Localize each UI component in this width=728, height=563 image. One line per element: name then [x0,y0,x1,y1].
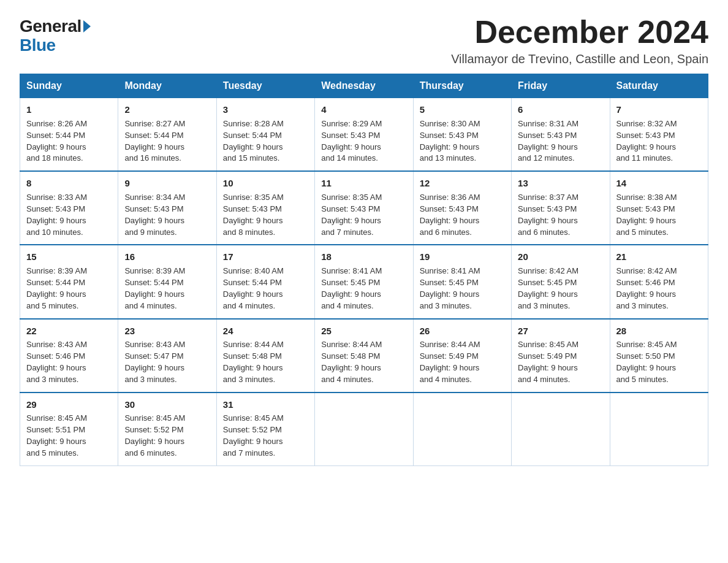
day-info: Sunrise: 8:33 AMSunset: 5:43 PMDaylight:… [26,193,87,237]
header-saturday: Saturday [610,74,708,98]
calendar-cell: 30Sunrise: 8:45 AMSunset: 5:52 PMDayligh… [118,393,216,466]
day-number: 23 [124,324,210,338]
title-block: December 2024 Villamayor de Trevino, Cas… [451,15,708,66]
logo-arrow-icon [83,20,91,33]
week-row-5: 29Sunrise: 8:45 AMSunset: 5:51 PMDayligh… [20,393,708,466]
day-number: 6 [518,103,603,117]
day-info: Sunrise: 8:45 AMSunset: 5:50 PMDaylight:… [616,340,677,384]
logo: General Blue [20,17,91,55]
day-number: 27 [518,324,603,338]
calendar-cell: 20Sunrise: 8:42 AMSunset: 5:45 PMDayligh… [512,245,610,318]
day-number: 3 [223,103,308,117]
day-info: Sunrise: 8:42 AMSunset: 5:46 PMDaylight:… [616,266,677,310]
calendar-cell: 1Sunrise: 8:26 AMSunset: 5:44 PMDaylight… [20,98,118,172]
day-number: 26 [420,324,505,338]
calendar-cell: 2Sunrise: 8:27 AMSunset: 5:44 PMDaylight… [118,98,216,172]
calendar-cell: 21Sunrise: 8:42 AMSunset: 5:46 PMDayligh… [610,245,708,318]
day-number: 24 [223,324,308,338]
calendar-cell: 5Sunrise: 8:30 AMSunset: 5:43 PMDaylight… [413,98,511,172]
week-row-3: 15Sunrise: 8:39 AMSunset: 5:44 PMDayligh… [20,245,708,318]
calendar-cell: 4Sunrise: 8:29 AMSunset: 5:43 PMDaylight… [315,98,413,172]
calendar-cell: 26Sunrise: 8:44 AMSunset: 5:49 PMDayligh… [413,319,511,393]
calendar-cell [610,393,708,466]
day-info: Sunrise: 8:34 AMSunset: 5:43 PMDaylight:… [124,193,185,237]
day-info: Sunrise: 8:30 AMSunset: 5:43 PMDaylight:… [420,119,480,163]
week-row-1: 1Sunrise: 8:26 AMSunset: 5:44 PMDaylight… [20,98,708,172]
day-info: Sunrise: 8:43 AMSunset: 5:46 PMDaylight:… [26,340,87,384]
day-number: 20 [518,250,603,264]
day-number: 19 [420,250,505,264]
calendar-cell: 18Sunrise: 8:41 AMSunset: 5:45 PMDayligh… [315,245,413,318]
day-number: 16 [124,250,210,264]
day-info: Sunrise: 8:26 AMSunset: 5:44 PMDaylight:… [26,119,87,163]
calendar-cell: 9Sunrise: 8:34 AMSunset: 5:43 PMDaylight… [118,171,216,245]
day-info: Sunrise: 8:31 AMSunset: 5:43 PMDaylight:… [518,119,578,163]
day-info: Sunrise: 8:27 AMSunset: 5:44 PMDaylight:… [124,119,185,163]
calendar-cell: 22Sunrise: 8:43 AMSunset: 5:46 PMDayligh… [20,319,118,393]
day-info: Sunrise: 8:43 AMSunset: 5:47 PMDaylight:… [124,340,185,384]
day-number: 2 [124,103,210,117]
calendar-cell: 27Sunrise: 8:45 AMSunset: 5:49 PMDayligh… [512,319,610,393]
day-info: Sunrise: 8:29 AMSunset: 5:43 PMDaylight:… [321,119,382,163]
day-number: 17 [223,250,308,264]
calendar-cell: 3Sunrise: 8:28 AMSunset: 5:44 PMDaylight… [216,98,314,172]
day-info: Sunrise: 8:28 AMSunset: 5:44 PMDaylight:… [223,119,284,163]
day-number: 12 [420,177,505,190]
header-monday: Monday [118,74,216,98]
calendar-cell [512,393,610,466]
logo-blue-text: Blue [20,36,56,55]
calendar-cell: 17Sunrise: 8:40 AMSunset: 5:44 PMDayligh… [216,245,314,318]
month-title: December 2024 [451,15,708,50]
day-info: Sunrise: 8:39 AMSunset: 5:44 PMDaylight:… [124,266,185,310]
day-number: 29 [26,398,112,412]
calendar-cell: 10Sunrise: 8:35 AMSunset: 5:43 PMDayligh… [216,171,314,245]
calendar-cell: 19Sunrise: 8:41 AMSunset: 5:45 PMDayligh… [413,245,511,318]
calendar-cell: 16Sunrise: 8:39 AMSunset: 5:44 PMDayligh… [118,245,216,318]
logo-general-text: General [20,17,82,36]
calendar-cell: 7Sunrise: 8:32 AMSunset: 5:43 PMDaylight… [610,98,708,172]
week-row-4: 22Sunrise: 8:43 AMSunset: 5:46 PMDayligh… [20,319,708,393]
calendar-cell [315,393,413,466]
day-info: Sunrise: 8:44 AMSunset: 5:49 PMDaylight:… [420,340,480,384]
header-sunday: Sunday [20,74,118,98]
day-number: 21 [616,250,702,264]
day-info: Sunrise: 8:41 AMSunset: 5:45 PMDaylight:… [420,266,480,310]
day-info: Sunrise: 8:45 AMSunset: 5:52 PMDaylight:… [223,413,284,458]
day-info: Sunrise: 8:35 AMSunset: 5:43 PMDaylight:… [223,193,284,237]
logo-general: General [20,17,91,36]
calendar-cell: 15Sunrise: 8:39 AMSunset: 5:44 PMDayligh… [20,245,118,318]
day-number: 22 [26,324,112,338]
calendar-cell: 23Sunrise: 8:43 AMSunset: 5:47 PMDayligh… [118,319,216,393]
calendar-cell: 25Sunrise: 8:44 AMSunset: 5:48 PMDayligh… [315,319,413,393]
day-number: 9 [124,177,210,190]
calendar-cell: 28Sunrise: 8:45 AMSunset: 5:50 PMDayligh… [610,319,708,393]
header-friday: Friday [512,74,610,98]
day-number: 8 [26,177,112,190]
day-info: Sunrise: 8:38 AMSunset: 5:43 PMDaylight:… [616,193,677,237]
calendar-table: SundayMondayTuesdayWednesdayThursdayFrid… [20,74,708,466]
day-number: 10 [223,177,308,190]
week-row-2: 8Sunrise: 8:33 AMSunset: 5:43 PMDaylight… [20,171,708,245]
header-tuesday: Tuesday [216,74,314,98]
calendar-cell: 12Sunrise: 8:36 AMSunset: 5:43 PMDayligh… [413,171,511,245]
day-number: 4 [321,103,406,117]
day-number: 31 [223,398,308,412]
day-number: 1 [26,103,112,117]
calendar-cell [413,393,511,466]
day-info: Sunrise: 8:36 AMSunset: 5:43 PMDaylight:… [420,193,480,237]
calendar-cell: 11Sunrise: 8:35 AMSunset: 5:43 PMDayligh… [315,171,413,245]
day-number: 11 [321,177,406,190]
day-info: Sunrise: 8:39 AMSunset: 5:44 PMDaylight:… [26,266,87,310]
day-number: 7 [616,103,702,117]
calendar-cell: 6Sunrise: 8:31 AMSunset: 5:43 PMDaylight… [512,98,610,172]
day-info: Sunrise: 8:42 AMSunset: 5:45 PMDaylight:… [518,266,578,310]
location-subtitle: Villamayor de Trevino, Castille and Leon… [451,52,708,66]
day-info: Sunrise: 8:41 AMSunset: 5:45 PMDaylight:… [321,266,382,310]
day-number: 28 [616,324,702,338]
day-info: Sunrise: 8:44 AMSunset: 5:48 PMDaylight:… [223,340,284,384]
day-info: Sunrise: 8:45 AMSunset: 5:49 PMDaylight:… [518,340,578,384]
day-info: Sunrise: 8:44 AMSunset: 5:48 PMDaylight:… [321,340,382,384]
day-number: 25 [321,324,406,338]
calendar-cell: 8Sunrise: 8:33 AMSunset: 5:43 PMDaylight… [20,171,118,245]
day-info: Sunrise: 8:35 AMSunset: 5:43 PMDaylight:… [321,193,382,237]
